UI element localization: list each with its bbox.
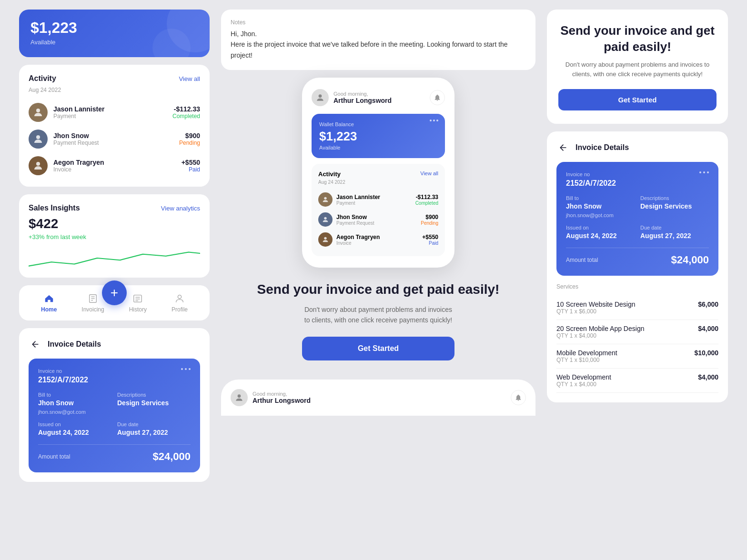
ph-info-aegon: Aegon Tragryen Invoice	[336, 234, 418, 246]
ph-type-aegon: Invoice	[336, 240, 418, 246]
activity-date: Aug 24 2022	[29, 87, 200, 93]
service-price-4: $4,000	[698, 373, 718, 381]
invoice-no-val-r: 2152/A/7/2022	[566, 179, 616, 188]
invoice-header-right: Invoice Details	[556, 141, 718, 154]
activity-name-jason: Jason Lannister	[53, 105, 167, 113]
ph-activity-header: Activity View all	[318, 170, 438, 178]
hero-title: Send your invoice and get paid easily!	[231, 281, 526, 298]
ph-item-2: Jhon Snow Payment Request $900 Pending	[318, 210, 438, 230]
activity-header: Activity View all	[29, 74, 200, 83]
phone-activity: Activity View all Aug 24 2022 Jason Lann…	[312, 164, 445, 256]
total-label-left: Amount total	[38, 453, 70, 460]
ph-wallet-available: Available	[319, 145, 437, 150]
bill-to-name-r: Jhon Snow	[566, 202, 602, 210]
svg-point-15	[324, 237, 326, 240]
nav-profile[interactable]: Profile	[172, 293, 188, 313]
right-get-started-button[interactable]: Get Started	[558, 89, 717, 110]
ph-info-jhon: Jhon Snow Payment Request	[336, 214, 417, 226]
ph-date: Aug 24 2022	[318, 180, 438, 185]
services-label: Services	[556, 283, 718, 290]
ph-wallet-label: Wallet Balance	[319, 121, 437, 127]
dots-menu-right[interactable]	[699, 171, 709, 173]
descriptions-val: Design Services	[117, 399, 169, 407]
back-button-right[interactable]	[556, 141, 570, 154]
activity-amount-jhon: $900 Pending	[179, 132, 200, 146]
sales-amount: $422	[29, 216, 200, 231]
due-date-r: August 27, 2022	[640, 232, 691, 240]
invoice-no-val: 2152/A/7/2022	[38, 376, 88, 384]
right-column: Send your invoice and get paid easily! D…	[547, 10, 728, 402]
activity-name-jhon: Jhon Snow	[53, 132, 173, 140]
phone-bottom: Good morning, Arthur Longsword	[221, 380, 535, 416]
svg-point-14	[324, 217, 326, 220]
avatar-aegon	[29, 156, 48, 175]
amount-val-aegon: +$550	[182, 159, 200, 166]
svg-point-12	[319, 95, 322, 98]
services-section: Services 10 Screen Website Design QTY 1 …	[556, 283, 718, 393]
service-name-4: Web Development	[556, 373, 611, 381]
status-jason: Completed	[172, 113, 200, 120]
nav-history[interactable]: History	[129, 293, 147, 313]
dots-menu-left[interactable]	[181, 368, 191, 370]
total-label-r: Amount total	[566, 257, 598, 263]
bell-button[interactable]	[430, 90, 445, 105]
phone-wallet: Wallet Balance $1,223 Available	[312, 114, 445, 158]
phone-mockup: Good morning, Arthur Longsword Wallet Ba…	[302, 78, 454, 268]
history-icon	[132, 293, 143, 304]
ph-name-jhon: Jhon Snow	[336, 214, 417, 220]
issued-field: Issued on August 24, 2022	[38, 421, 111, 437]
total-val-left: $24,000	[152, 450, 191, 463]
pb-name: Arthur Longsword	[252, 397, 311, 404]
hero-desc: Don't worry about payment problems and i…	[302, 304, 454, 326]
descriptions-label: Descriptions	[117, 392, 191, 398]
svg-point-1	[36, 135, 40, 139]
pb-bell[interactable]	[511, 390, 526, 405]
ph-av-jason	[318, 192, 333, 207]
nav-invoicing[interactable]: Invoicing	[81, 293, 104, 313]
invoice-grid-left: Bill to Jhon Snow jhon.snow@got.com Desc…	[38, 392, 191, 437]
ph-wallet-amount: $1,223	[319, 129, 437, 144]
view-all-link[interactable]: View all	[179, 75, 200, 82]
phone-avatar	[312, 89, 329, 106]
wallet-amount: $1,223	[30, 19, 198, 37]
sales-growth: +33% from last week	[29, 233, 200, 240]
activity-info-jason: Jason Lannister Payment	[53, 105, 167, 120]
nav-home[interactable]: Home	[41, 293, 57, 313]
back-button-left[interactable]	[29, 338, 42, 351]
activity-type-jhon: Payment Request	[53, 140, 173, 146]
invoice-card-right: Invoice Details Invoice no 2152/A/7/2022…	[547, 131, 728, 402]
service-name-3: Mobile Development	[556, 349, 617, 357]
sales-card: Sales Insights View analytics $422 +33% …	[19, 194, 210, 278]
view-analytics-link[interactable]: View analytics	[161, 205, 200, 212]
total-val-r: $24,000	[671, 254, 709, 266]
activity-info-jhon: Jhon Snow Payment Request	[53, 132, 173, 146]
ph-amount-jason: -$112.33	[415, 194, 438, 200]
notes-text: Hi, Jhon.Here is the project invoice tha…	[231, 29, 526, 60]
svg-point-16	[238, 395, 241, 398]
ph-amount-aegon: +$550	[422, 234, 438, 240]
ph-av-aegon	[318, 232, 333, 247]
amount-val-jason: -$112.33	[172, 105, 200, 113]
invoice-blue-right: Invoice no 2152/A/7/2022 Bill to Jhon Sn…	[556, 162, 718, 276]
amount-val-jhon: $900	[179, 132, 200, 140]
pb-greeting: Good morning, Arthur Longsword	[231, 389, 526, 406]
bill-to-label-r: Bill to	[566, 195, 635, 201]
status-aegon: Paid	[182, 166, 200, 173]
get-started-button[interactable]: Get Started	[302, 337, 454, 360]
ph-item-3: Aegon Tragryen Invoice +$550 Paid	[318, 230, 438, 250]
service-qty-1: QTY 1 x $6,000	[556, 308, 636, 315]
left-column: $1,223 Available Activity View all Aug 2…	[19, 10, 210, 482]
service-item-1: 10 Screen Website Design QTY 1 x $6,000 …	[556, 296, 718, 320]
issued-label-r: Issued on	[566, 225, 635, 230]
activity-amount-jason: -$112.33 Completed	[172, 105, 200, 120]
sales-chart	[29, 246, 200, 270]
fab-button[interactable]: +	[102, 280, 127, 305]
ph-name-jason: Jason Lannister	[336, 194, 412, 200]
notes-card: Notes Hi, Jhon.Here is the project invoi…	[221, 10, 535, 70]
phone-greeting: Good morning, Arthur Longsword	[312, 89, 445, 106]
fab-icon: +	[111, 285, 118, 300]
service-price-1: $6,000	[698, 300, 718, 308]
notes-label: Notes	[231, 19, 526, 26]
ph-right-jason: -$112.33 Completed	[415, 194, 438, 206]
ph-view-all[interactable]: View all	[420, 170, 438, 178]
